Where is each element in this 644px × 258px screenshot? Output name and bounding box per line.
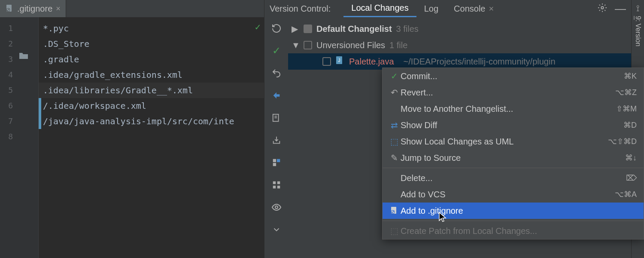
editor-tab-gitignore[interactable]: .gitignore ×: [0, 0, 66, 17]
menu-shortcut: ⌥⌘A: [615, 190, 637, 199]
menu-label: Create Patch from Local Changes...: [401, 226, 637, 236]
menu-shortcut: ⌘↓: [625, 153, 637, 163]
code-text: /.idea/workspace.xml: [43, 101, 146, 111]
line-number: 7: [0, 114, 17, 129]
menu-shortcut: ⌘K: [624, 71, 637, 81]
menu-move-changelist[interactable]: Move to Another Changelist... ⇧⌘M: [383, 101, 644, 117]
expanded-arrow-icon[interactable]: ▼: [292, 40, 299, 50]
menu-label: Add to .gitignore: [401, 206, 637, 216]
menu-show-uml[interactable]: ⬚ Show Local Changes as UML ⌥⇧⌘D: [383, 133, 644, 150]
unversioned-files[interactable]: ▼ Unversioned Files 1 file: [288, 37, 631, 53]
menu-label: Jump to Source: [401, 153, 625, 163]
collapsed-arrow-icon[interactable]: ▶: [292, 24, 299, 34]
svg-rect-14: [273, 186, 275, 188]
close-icon[interactable]: ×: [489, 4, 494, 14]
code-line[interactable]: /java/java-analysis-impl/src/com/inte: [39, 114, 264, 129]
checkbox[interactable]: [304, 25, 312, 33]
edit-icon: ✎: [388, 153, 401, 163]
code-line[interactable]: .gradle: [39, 52, 264, 67]
folder-icon: [19, 52, 28, 61]
menu-label: Show Diff: [401, 120, 623, 130]
gitignore-file-icon: [5, 4, 14, 13]
svg-point-16: [275, 206, 278, 209]
code-line[interactable]: /.idea/workspace.xml: [39, 98, 264, 114]
menu-jump-source[interactable]: ✎ Jump to Source ⌘↓: [383, 150, 644, 166]
line-number: 5: [0, 83, 17, 98]
menu-delete[interactable]: Delete... ⌦: [383, 170, 644, 186]
menu-revert[interactable]: ↶ Revert... ⌥⌘Z: [383, 84, 644, 101]
editor-tab-label: .gitignore: [17, 4, 52, 14]
unversioned-label: Unversioned Files: [316, 40, 385, 50]
tab-label: Console: [454, 4, 485, 14]
context-menu: ✓ Commit... ⌘K ↶ Revert... ⌥⌘Z Move to A…: [382, 68, 644, 240]
version-control-toolwindow-button[interactable]: 9: Version: [634, 13, 642, 46]
gutter: 1 2 3 4 5 6 7 8: [0, 17, 39, 258]
menu-separator: [383, 168, 644, 168]
gitignore-icon: [388, 206, 401, 215]
code-line[interactable]: .idea/libraries/Gradle__*.xml: [39, 83, 264, 98]
change-marker: [39, 114, 41, 129]
gear-icon[interactable]: [598, 3, 607, 15]
changelist-icon[interactable]: [270, 112, 283, 124]
uml-icon: ⬚: [388, 136, 401, 147]
java-file-icon: J: [335, 56, 345, 68]
menu-add-gitignore[interactable]: Add to .gitignore: [383, 203, 644, 219]
svg-point-3: [601, 6, 604, 9]
tab-local-changes[interactable]: Local Changes: [343, 0, 416, 17]
svg-rect-9: [273, 159, 276, 162]
group-icon[interactable]: [270, 179, 283, 191]
tab-log[interactable]: Log: [416, 0, 446, 17]
changelist-name: Default Changelist: [316, 24, 392, 34]
file-path: ~/IDEAProjects/intellij-community/plugin: [404, 57, 556, 67]
menu-create-patch: ⬚ Create Patch from Local Changes...: [383, 223, 644, 239]
gutter-marks: [17, 17, 38, 258]
file-name: Palette.java: [349, 57, 394, 67]
mnemonic: 9: [635, 16, 642, 20]
changelist-count: 3 files: [396, 24, 419, 34]
menu-label: Revert...: [401, 88, 615, 98]
changelist-default[interactable]: ▶ Default Changelist 3 files: [288, 21, 631, 37]
checkbox[interactable]: [322, 57, 331, 66]
code-text: /java/java-analysis-impl/src/com/inte: [43, 116, 234, 126]
tab-console[interactable]: Console×: [446, 0, 501, 17]
revert-icon: ↶: [388, 87, 401, 98]
line-number: 1: [0, 21, 17, 36]
line-number: 4: [0, 67, 17, 83]
patch-icon[interactable]: [270, 157, 283, 169]
menu-commit[interactable]: ✓ Commit... ⌘K: [383, 68, 644, 84]
line-number: 8: [0, 129, 17, 144]
diff-icon[interactable]: [270, 89, 283, 101]
expand-icon[interactable]: [270, 224, 283, 236]
code-line[interactable]: *.pyc: [39, 21, 264, 36]
diff-icon: ⇄: [388, 120, 401, 130]
commit-icon[interactable]: ✓: [270, 45, 283, 57]
line-number: 2: [0, 36, 17, 52]
code-line[interactable]: .idea/gradle_extensions.xml: [39, 67, 264, 83]
menu-show-diff[interactable]: ⇄ Show Diff ⌘D: [383, 117, 644, 133]
line-numbers: 1 2 3 4 5 6 7 8: [0, 17, 17, 258]
strip-icon[interactable]: ⟟: [636, 3, 639, 13]
menu-shortcut: ⌦: [626, 173, 637, 183]
svg-text:J: J: [338, 58, 340, 63]
shelf-icon[interactable]: [270, 134, 283, 146]
menu-label: Show Local Changes as UML: [401, 137, 608, 147]
code-line[interactable]: .DS_Store: [39, 36, 264, 52]
minimize-icon[interactable]: —: [615, 6, 626, 11]
menu-label: Add to VCS: [401, 190, 615, 200]
tab-label: Log: [424, 4, 438, 14]
close-icon[interactable]: ×: [56, 4, 61, 13]
refresh-icon[interactable]: [270, 22, 283, 34]
svg-rect-13: [277, 181, 279, 184]
mouse-cursor-icon: [439, 212, 447, 223]
menu-shortcut: ⌥⇧⌘D: [608, 137, 637, 146]
preview-icon[interactable]: [270, 201, 283, 213]
patch-icon: ⬚: [388, 226, 401, 236]
code-area[interactable]: ✓ *.pyc .DS_Store .gradle .idea/gradle_e…: [39, 17, 264, 258]
checkbox[interactable]: [304, 41, 312, 49]
unversioned-count: 1 file: [389, 40, 407, 50]
menu-separator: [383, 221, 644, 221]
code-line[interactable]: [39, 129, 264, 144]
editor-tabs: .gitignore ×: [0, 0, 264, 17]
menu-add-vcs[interactable]: Add to VCS ⌥⌘A: [383, 186, 644, 203]
revert-icon[interactable]: [270, 67, 283, 79]
